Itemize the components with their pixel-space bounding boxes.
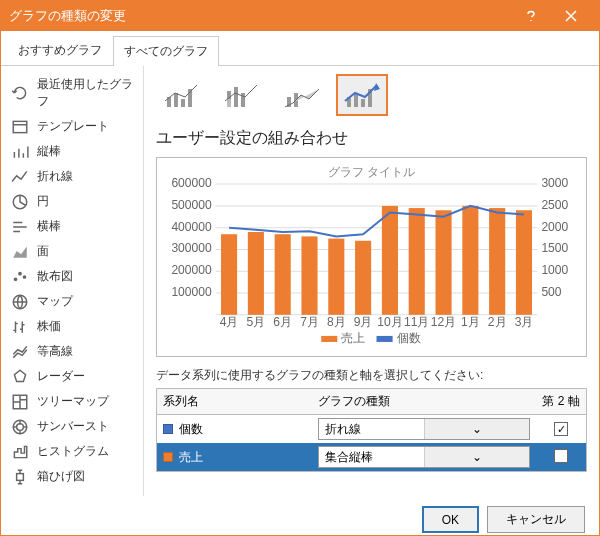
sidebar-item-radar[interactable]: レーダー — [1, 364, 143, 389]
close-button[interactable] — [551, 1, 591, 31]
svg-rect-69 — [489, 208, 505, 315]
svg-rect-24 — [354, 93, 358, 107]
line-icon — [11, 169, 29, 185]
svg-rect-65 — [382, 206, 398, 315]
svg-text:600000: 600000 — [171, 176, 211, 190]
sidebar-item-column[interactable]: 縦棒 — [1, 139, 143, 164]
svg-text:5月: 5月 — [247, 315, 266, 329]
boxwhisker-icon — [11, 469, 29, 485]
tab-all[interactable]: すべてのグラフ — [113, 36, 219, 66]
sunburst-icon — [11, 419, 29, 435]
svg-text:300000: 300000 — [171, 241, 211, 255]
svg-rect-62 — [301, 236, 317, 314]
surface-icon — [11, 344, 29, 360]
sidebar-item-scatter[interactable]: 散布図 — [1, 264, 143, 289]
svg-text:グラフ タイトル: グラフ タイトル — [328, 165, 415, 179]
axis2-checkbox-0[interactable]: ✓ — [554, 422, 568, 436]
sidebar-item-boxwhisker[interactable]: 箱ひげ図 — [1, 464, 143, 489]
svg-rect-9 — [17, 473, 24, 480]
help-button[interactable] — [511, 1, 551, 31]
sidebar-item-line[interactable]: 折れ線 — [1, 164, 143, 189]
pie-icon — [11, 194, 29, 210]
subtype-heading: ユーザー設定の組み合わせ — [156, 128, 587, 149]
svg-rect-66 — [409, 208, 425, 315]
subtype-3[interactable] — [276, 74, 328, 116]
sidebar-item-area[interactable]: 面 — [1, 239, 143, 264]
svg-text:7月: 7月 — [300, 315, 319, 329]
series-color-1 — [163, 452, 173, 462]
series-table: 系列名 グラフの種類 第 2 軸 個数 折れ線⌄ ✓ 売上 集合縦棒⌄ — [156, 388, 587, 472]
svg-text:6月: 6月 — [273, 315, 292, 329]
map-icon — [11, 294, 29, 310]
chart-type-list: 最近使用したグラフ テンプレート 縦棒 折れ線 円 横棒 面 散布図 マップ 株… — [1, 66, 143, 496]
svg-rect-70 — [516, 210, 532, 315]
ok-button[interactable]: OK — [422, 506, 479, 533]
svg-text:400000: 400000 — [171, 220, 211, 234]
svg-rect-0 — [13, 121, 27, 132]
svg-rect-25 — [361, 99, 365, 107]
subtype-2[interactable] — [216, 74, 268, 116]
window-title: グラフの種類の変更 — [9, 7, 511, 25]
cancel-button[interactable]: キャンセル — [487, 506, 585, 533]
sidebar-item-map[interactable]: マップ — [1, 289, 143, 314]
treemap-icon — [11, 394, 29, 410]
main-panel: ユーザー設定の組み合わせ グラフ タイトル1000002000003000004… — [143, 66, 599, 496]
svg-rect-60 — [248, 232, 264, 315]
svg-text:1月: 1月 — [461, 315, 480, 329]
subtype-4[interactable] — [336, 74, 388, 116]
subtype-1[interactable] — [156, 74, 208, 116]
sidebar-item-histogram[interactable]: ヒストグラム — [1, 439, 143, 464]
title-bar: グラフの種類の変更 — [1, 1, 599, 31]
sidebar-item-treemap[interactable]: ツリーマップ — [1, 389, 143, 414]
svg-text:売上: 売上 — [341, 331, 365, 345]
sidebar-item-pie[interactable]: 円 — [1, 189, 143, 214]
svg-rect-15 — [181, 99, 185, 107]
axis2-checkbox-1[interactable] — [554, 449, 568, 463]
svg-point-4 — [23, 275, 25, 277]
svg-text:1500: 1500 — [541, 241, 568, 255]
sidebar-item-bar[interactable]: 横棒 — [1, 214, 143, 239]
svg-text:4月: 4月 — [220, 315, 239, 329]
svg-rect-61 — [275, 234, 291, 315]
svg-text:11月: 11月 — [404, 315, 429, 329]
sidebar-item-stock[interactable]: 株価 — [1, 314, 143, 339]
svg-rect-71 — [321, 336, 337, 342]
sidebar-item-recent[interactable]: 最近使用したグラフ — [1, 72, 143, 114]
sidebar-item-sunburst[interactable]: サンバースト — [1, 414, 143, 439]
bar-icon — [11, 219, 29, 235]
svg-text:2500: 2500 — [541, 198, 568, 212]
series-row-0[interactable]: 個数 折れ線⌄ ✓ — [157, 415, 586, 443]
svg-text:2月: 2月 — [488, 315, 507, 329]
svg-point-2 — [14, 278, 16, 280]
svg-text:100000: 100000 — [171, 285, 211, 299]
dialog-footer: OK キャンセル — [1, 496, 599, 536]
svg-text:500000: 500000 — [171, 198, 211, 212]
series-type-combo-0[interactable]: 折れ線⌄ — [318, 418, 530, 440]
svg-text:1000: 1000 — [541, 263, 568, 277]
svg-text:個数: 個数 — [397, 331, 421, 345]
svg-text:3000: 3000 — [541, 176, 568, 190]
svg-text:2000: 2000 — [541, 220, 568, 234]
template-icon — [11, 119, 29, 135]
area-icon — [11, 244, 29, 260]
instruction-text: データ系列に使用するグラフの種類と軸を選択してください: — [156, 367, 587, 384]
svg-rect-68 — [462, 206, 478, 315]
series-type-combo-1[interactable]: 集合縦棒⌄ — [318, 446, 530, 468]
svg-text:12月: 12月 — [431, 315, 456, 329]
subtype-thumbnails — [156, 74, 587, 116]
svg-text:8月: 8月 — [327, 315, 346, 329]
tab-recommended[interactable]: おすすめグラフ — [7, 35, 113, 65]
chart-preview[interactable]: グラフ タイトル10000020000030000040000050000060… — [156, 157, 587, 357]
tab-strip: おすすめグラフ すべてのグラフ — [1, 35, 599, 66]
series-table-header: 系列名 グラフの種類 第 2 軸 — [157, 389, 586, 415]
dialog-window: グラフの種類の変更 おすすめグラフ すべてのグラフ 最近使用したグラフ テンプレ… — [0, 0, 600, 536]
header-series: 系列名 — [157, 389, 312, 414]
header-type: グラフの種類 — [312, 389, 536, 414]
svg-text:9月: 9月 — [354, 315, 373, 329]
svg-rect-59 — [221, 234, 237, 315]
sidebar-item-template[interactable]: テンプレート — [1, 114, 143, 139]
sidebar-item-surface[interactable]: 等高線 — [1, 339, 143, 364]
series-row-1[interactable]: 売上 集合縦棒⌄ — [157, 443, 586, 471]
sidebar-item-waterfall[interactable]: ウォーターフォール — [1, 489, 143, 496]
radar-icon — [11, 369, 29, 385]
